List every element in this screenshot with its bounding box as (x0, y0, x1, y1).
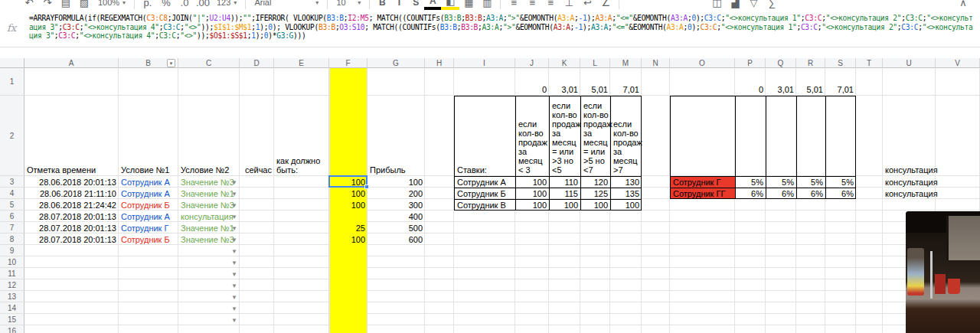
cell-M1[interactable]: 7,01 (610, 68, 642, 96)
italic-button[interactable]: I (390, 0, 407, 11)
row-header-13[interactable]: 13 (0, 291, 24, 302)
dropdown-arrow-icon[interactable]: ▼ (231, 270, 237, 277)
cell-R3[interactable]: 5% (796, 176, 825, 188)
row-header-8[interactable]: 8 (0, 233, 24, 245)
text-rotate-button[interactable]: ∠ (596, 0, 615, 11)
column-header-C[interactable]: C (178, 58, 240, 68)
cell-B4[interactable]: Сотрудник А (119, 188, 178, 199)
cell-G2[interactable]: Прибыль (368, 96, 425, 176)
column-header-G[interactable]: G (368, 58, 425, 68)
cell-C10[interactable]: ▼ (178, 256, 240, 268)
increase-decimals-button[interactable]: .00 (194, 0, 212, 11)
align-left-button[interactable]: ≡ (505, 0, 523, 11)
cell-F5[interactable]: 100 (329, 199, 368, 211)
cell-A5[interactable]: 28.06.2018 21:24:42 (24, 199, 119, 211)
cell-K2[interactable]: если кол-во продаж за месяц = или >3 но … (549, 96, 580, 176)
row-header-12[interactable]: 12 (0, 279, 24, 291)
cell-U4[interactable]: консультация (883, 188, 936, 199)
cell-G7[interactable]: 500 (368, 222, 425, 233)
cell-A4[interactable]: 28.06.2018 21:11:10 (24, 188, 119, 199)
cell-F3[interactable]: 100 (329, 176, 368, 188)
column-header-N[interactable]: N (642, 58, 670, 68)
cell-S4[interactable]: 6% (825, 188, 856, 199)
print-icon[interactable]: ▤ (57, 0, 75, 11)
cell-C11[interactable]: ▼ (178, 268, 240, 279)
row-header-1[interactable]: 1 (0, 68, 24, 96)
fill-color-button[interactable]: ◧ (441, 0, 459, 10)
cell-Q2[interactable] (766, 96, 796, 176)
column-header-O[interactable]: O (670, 58, 735, 68)
cell-B6[interactable]: Сотрудник А (119, 211, 178, 222)
formula-bar[interactable]: fx =ARRAYFORMULA(if(REGEXMATCH(C3:C8;JOI… (0, 11, 980, 47)
dropdown-arrow-icon[interactable]: ▼ (231, 293, 237, 300)
cell-I2[interactable]: Ставки: (454, 96, 515, 176)
font-select[interactable]: Arial▾ (250, 0, 323, 11)
cell-L3[interactable]: 120 (580, 176, 610, 188)
dropdown-arrow-icon[interactable]: ▼ (231, 190, 237, 197)
cell-C9[interactable]: ▼ (178, 245, 240, 256)
cell-A3[interactable]: 28.06.2018 20:01:13 (24, 176, 119, 188)
cell-B3[interactable]: Сотрудник А (119, 176, 178, 188)
cell-O3[interactable]: Сотрудник Г (670, 176, 735, 188)
cell-M2[interactable]: если кол-во продаж за месяц >7 (610, 96, 642, 176)
dropdown-arrow-icon[interactable]: ▼ (231, 224, 237, 231)
cell-C14[interactable]: ▼ (178, 302, 240, 314)
column-header-U[interactable]: U (883, 58, 936, 68)
cell-A2[interactable]: Отметка времени (24, 96, 119, 176)
dropdown-arrow-icon[interactable]: ▼ (231, 236, 237, 243)
cell-J2[interactable]: если кол-во продаж за месяц < 3 (515, 96, 549, 176)
cell-C3[interactable]: Значение №3▼ (178, 176, 240, 188)
borders-button[interactable]: ▦ (459, 0, 478, 11)
row-header-15[interactable]: 15 (0, 314, 24, 325)
cell-E2[interactable]: как должно быть: (274, 96, 329, 176)
cell-F7[interactable]: 25 (329, 222, 368, 233)
cell-M5[interactable]: 100 (610, 199, 642, 211)
cell-Q3[interactable]: 5% (766, 176, 796, 188)
column-header-L[interactable]: L (580, 58, 610, 68)
cell-M4[interactable]: 135 (610, 188, 642, 199)
zoom-select[interactable]: 100%▾ (93, 0, 130, 11)
cell-R4[interactable]: 6% (796, 188, 825, 199)
cell-F8[interactable]: 100 (329, 233, 368, 245)
cell-L5[interactable]: 100 (580, 199, 610, 211)
column-header-M[interactable]: M (610, 58, 642, 68)
dropdown-arrow-icon[interactable]: ▼ (231, 259, 237, 266)
grid-corner-cell[interactable] (0, 58, 24, 68)
dropdown-arrow-icon[interactable]: ▼ (231, 213, 237, 220)
column-header-D[interactable]: D (240, 58, 274, 68)
cell-B2[interactable]: Условие №1 (119, 96, 178, 176)
row-header-2[interactable]: 2 (0, 96, 24, 176)
row-header-3[interactable]: 3 (0, 176, 24, 188)
cell-J3[interactable]: 100 (515, 176, 549, 188)
bold-button[interactable]: B (374, 0, 390, 11)
row-header-9[interactable]: 9 (0, 245, 24, 256)
dropdown-arrow-icon[interactable]: ▼ (231, 282, 237, 289)
dropdown-arrow-icon[interactable]: ▼ (231, 201, 237, 208)
dropdown-arrow-icon[interactable]: ▼ (231, 178, 237, 185)
cell-A6[interactable]: 28.07.2018 20:01:13 (24, 211, 119, 222)
cell-J4[interactable]: 100 (515, 188, 549, 199)
cell-K4[interactable]: 115 (549, 188, 580, 199)
text-color-button[interactable]: A (424, 0, 441, 10)
cell-B7[interactable]: Сотрудник Г (119, 222, 178, 233)
row-header-4[interactable]: 4 (0, 188, 24, 199)
cell-S3[interactable]: 5% (825, 176, 856, 188)
cell-Q1[interactable]: 3,01 (766, 68, 796, 96)
cell-G5[interactable]: 300 (368, 199, 425, 211)
cell-L1[interactable]: 5,01 (580, 68, 610, 96)
cell-A8[interactable]: 28.07.2018 20:01:13 (24, 233, 119, 245)
text-wrap-button[interactable]: ↩ (578, 0, 596, 11)
decrease-decimals-button[interactable]: .0 (175, 0, 194, 11)
cell-R1[interactable]: 5,01 (796, 68, 825, 96)
column-header-R[interactable]: R (796, 58, 825, 68)
column-header-K[interactable]: K (549, 58, 580, 68)
column-header-A[interactable]: A (24, 58, 119, 68)
cell-L2[interactable]: если кол-во продаж за месяц = или >5 но … (580, 96, 610, 176)
cell-A7[interactable]: 28.07.2018 20:01:13 (24, 222, 119, 233)
cell-C4[interactable]: Значение №1▼ (178, 188, 240, 199)
dropdown-arrow-icon[interactable]: ▼ (231, 305, 237, 312)
column-header-V[interactable]: V (936, 58, 980, 68)
font-size-select[interactable]: 10▾ (332, 0, 365, 11)
cell-P3[interactable]: 5% (735, 176, 766, 188)
cell-C5[interactable]: Значение №3▼ (178, 199, 240, 211)
